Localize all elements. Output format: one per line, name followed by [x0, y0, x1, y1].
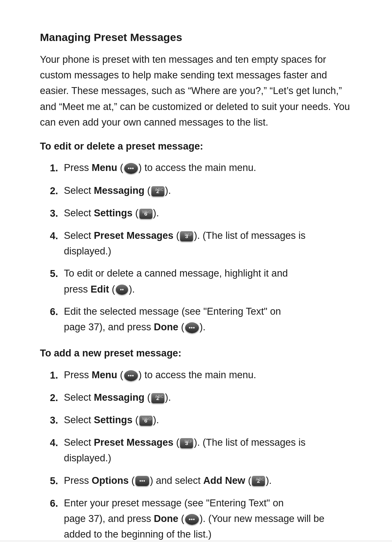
- edit-steps-list: 1. Press Menu (•••) to access the main m…: [40, 160, 352, 335]
- key-6mno-icon: MNO6: [139, 209, 152, 219]
- done-key-icon-2: •••: [185, 514, 199, 525]
- step-number: 5.: [40, 473, 58, 489]
- key-3def-icon: DEF3: [180, 231, 193, 241]
- done-key-icon: •••: [185, 322, 199, 333]
- step-number: 4.: [40, 435, 58, 451]
- key-6mno-icon-2: MNO6: [139, 416, 152, 426]
- options-key-icon: •••: [135, 476, 149, 486]
- page-footer: 56 Section 2B: Controlling Your Phone’s …: [0, 541, 392, 543]
- edit-key-icon: ••: [116, 285, 128, 295]
- key-2abc-icon-2: ABC2: [151, 393, 164, 403]
- step-content: Select Settings (MNO6).: [64, 412, 352, 428]
- step-content: Select Preset Messages (DEF3). (The list…: [64, 228, 352, 259]
- key-2abc-icon: ABC2: [151, 186, 164, 196]
- key-2abc-icon-3: ABC2: [252, 476, 265, 486]
- section-title: Managing Preset Messages: [40, 29, 352, 45]
- step-content: Enter your preset message (see "Entering…: [64, 495, 352, 543]
- step-content: Select Messaging (ABC2).: [64, 183, 352, 199]
- step-number: 3.: [40, 205, 58, 221]
- edit-step-1: 1. Press Menu (•••) to access the main m…: [40, 160, 352, 176]
- step-number: 5.: [40, 266, 58, 282]
- step-content: Press Menu (•••) to access the main menu…: [64, 160, 352, 176]
- step-number: 2.: [40, 183, 58, 199]
- add-step-5: 5. Press Options (•••) and select Add Ne…: [40, 473, 352, 489]
- step-number: 6.: [40, 304, 58, 320]
- step-content: To edit or delete a canned message, high…: [64, 266, 352, 297]
- add-steps-list: 1. Press Menu (•••) to access the main m…: [40, 367, 352, 543]
- step-content: Select Preset Messages (DEF3). (The list…: [64, 435, 352, 466]
- edit-step-3: 3. Select Settings (MNO6).: [40, 205, 352, 221]
- intro-paragraph: Your phone is preset with ten messages a…: [40, 52, 352, 130]
- add-step-6: 6. Enter your preset message (see "Enter…: [40, 495, 352, 543]
- add-step-3: 3. Select Settings (MNO6).: [40, 412, 352, 428]
- step-content: Press Menu (•••) to access the main menu…: [64, 367, 352, 383]
- edit-step-6: 6. Edit the selected message (see "Enter…: [40, 304, 352, 335]
- step-number: 1.: [40, 160, 58, 176]
- step-number: 6.: [40, 495, 58, 511]
- menu-key-icon-2: •••: [124, 370, 138, 381]
- step-number: 2.: [40, 390, 58, 406]
- step-number: 1.: [40, 367, 58, 383]
- add-step-4: 4. Select Preset Messages (DEF3). (The l…: [40, 435, 352, 466]
- step-content: Press Options (•••) and select Add New (…: [64, 473, 352, 489]
- add-step-1: 1. Press Menu (•••) to access the main m…: [40, 367, 352, 383]
- add-step-2: 2. Select Messaging (ABC2).: [40, 390, 352, 406]
- edit-label: To edit or delete a preset message:: [40, 139, 352, 154]
- step-number: 4.: [40, 228, 58, 244]
- key-3def-icon-2: DEF3: [180, 438, 193, 448]
- step-content: Select Settings (MNO6).: [64, 205, 352, 221]
- edit-step-4: 4. Select Preset Messages (DEF3). (The l…: [40, 228, 352, 259]
- menu-key-icon: •••: [124, 163, 138, 174]
- step-content: Select Messaging (ABC2).: [64, 390, 352, 405]
- edit-step-2: 2. Select Messaging (ABC2).: [40, 183, 352, 199]
- page: Managing Preset Messages Your phone is p…: [0, 0, 392, 543]
- step-number: 3.: [40, 412, 58, 428]
- step-content: Edit the selected message (see "Entering…: [64, 304, 352, 335]
- edit-step-5: 5. To edit or delete a canned message, h…: [40, 266, 352, 297]
- add-label: To add a new preset message:: [40, 346, 352, 361]
